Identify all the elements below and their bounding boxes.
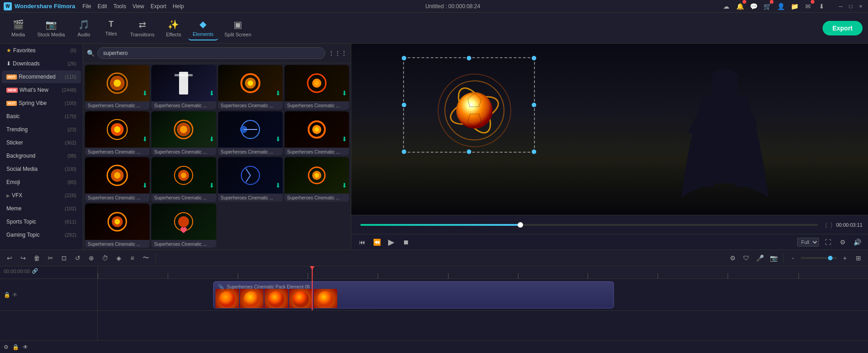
settings-icon[interactable]: ⚙: [837, 237, 848, 248]
tool-titles-label: Titles: [105, 31, 117, 36]
tl-camera-button[interactable]: 📷: [768, 252, 779, 264]
sidebar-item-background[interactable]: Background (98): [2, 149, 81, 162]
sidebar-item-gaming-topic[interactable]: Gaming Topic (292): [2, 229, 81, 241]
tl-snap-button[interactable]: 🔗: [32, 268, 38, 274]
quality-select[interactable]: Full 1/2 1/4: [797, 238, 819, 247]
export-button[interactable]: Export: [823, 21, 863, 35]
tl-zoom-in-button[interactable]: +: [839, 252, 851, 264]
delete-button[interactable]: 🗑: [31, 252, 43, 264]
tool-split-screen[interactable]: ▣ Split Screen: [220, 16, 256, 40]
tl-mic-button[interactable]: 🎤: [754, 252, 766, 264]
element-card-12[interactable]: Superheroes Cinematic ...: [85, 204, 150, 248]
stop-button[interactable]: ⏹: [400, 237, 411, 248]
aspect-ratio-button[interactable]: ⛶: [823, 237, 833, 248]
undo-button[interactable]: ↩: [4, 252, 15, 264]
account-icon[interactable]: 👤: [776, 2, 785, 11]
crop-button[interactable]: ⊡: [58, 252, 70, 264]
sidebar-item-vfx[interactable]: ▶ VFX (228): [2, 189, 81, 202]
tool-elements[interactable]: ◆ Elements: [188, 16, 218, 40]
download-icon[interactable]: ⬇: [817, 2, 826, 11]
redo-button[interactable]: ↪: [17, 252, 29, 264]
tool-transitions[interactable]: ⇄ Transitions: [126, 16, 159, 40]
play-button[interactable]: ▶: [386, 237, 397, 248]
search-input[interactable]: [97, 47, 325, 59]
progress-bar[interactable]: [360, 224, 818, 226]
step-back-button[interactable]: ⏪: [371, 237, 382, 248]
cut-button[interactable]: ✂: [45, 252, 56, 264]
sidebar-item-social-media[interactable]: Social Media (100): [2, 163, 81, 175]
element-card-1[interactable]: ⬇ Superheroes Cinematic ...: [151, 65, 216, 109]
sidebar-item-trending[interactable]: Trending (23): [2, 123, 81, 136]
lock-icon[interactable]: 🔒: [4, 292, 10, 298]
color-button[interactable]: ◈: [113, 252, 125, 264]
tool-media[interactable]: 🎬 Media: [5, 16, 31, 40]
element-card-5[interactable]: ⬇ Superheroes Cinematic ...: [151, 111, 216, 156]
element-card-6[interactable]: ⬇ Superheroes Cinematic ...: [218, 111, 283, 156]
zoom-slider-container: [801, 257, 837, 259]
sidebar-item-favorites[interactable]: ★ Favorites (0): [2, 44, 81, 57]
tl-zoom-out-button[interactable]: -: [787, 252, 799, 264]
minimize-button[interactable]: ─: [837, 3, 844, 10]
download-element-icon-5: ⬇: [209, 135, 215, 143]
element-card-9[interactable]: ⬇ Superheroes Cinematic ...: [151, 157, 216, 202]
element-card-7[interactable]: ⬇ Superheroes Cinematic ...: [284, 111, 349, 156]
tl-fit-button[interactable]: ⊞: [853, 252, 864, 264]
sidebar-item-downloads[interactable]: ⬇ Downloads (26): [2, 57, 81, 70]
cloud-icon[interactable]: ☁: [722, 2, 731, 11]
element-card-11[interactable]: ⬇ Superheroes Cinematic ...: [284, 157, 349, 202]
element-card-0[interactable]: ⬇ Superheroes Cinematic ...: [85, 65, 150, 109]
sidebar-item-recommended[interactable]: HOT Recommended (115): [2, 70, 81, 83]
sidebar-springvibe-label: Spring Vibe: [19, 100, 65, 106]
element-card-2[interactable]: ⬇ Superheroes Cinematic ...: [218, 65, 283, 109]
tool-audio[interactable]: 🎵 Audio: [71, 16, 97, 40]
menu-tools[interactable]: Tools: [113, 3, 126, 10]
sidebar-background-count: (98): [67, 153, 76, 159]
audio-wave-button[interactable]: 〜: [140, 252, 152, 264]
element-card-10[interactable]: ⬇ Superheroes Cinematic ...: [218, 157, 283, 202]
eye-icon[interactable]: 👁: [12, 292, 18, 298]
skip-back-button[interactable]: ⏮: [357, 237, 368, 248]
volume-button[interactable]: 🔊: [852, 237, 863, 248]
menu-edit[interactable]: Edit: [98, 3, 107, 10]
timer-button[interactable]: ⏱: [99, 252, 111, 264]
maximize-button[interactable]: □: [847, 3, 854, 10]
grid-toggle-icon[interactable]: ⋮⋮⋮: [328, 50, 347, 57]
menu-file[interactable]: File: [82, 3, 91, 10]
tool-titles[interactable]: T Titles: [99, 17, 124, 39]
timeline-clip[interactable]: 📎 Superheroes Cinematic Pack Element 06: [213, 281, 614, 308]
mail-icon[interactable]: ✉: [803, 2, 813, 11]
tl-shield-button[interactable]: 🛡: [740, 252, 752, 264]
menu-view[interactable]: View: [132, 3, 144, 10]
sidebar-item-whats-new[interactable]: NEW What's New (2448): [2, 84, 81, 96]
time-display: 00:00:03:11: [836, 222, 863, 228]
mirror-button[interactable]: ⊕: [85, 252, 97, 264]
menu-export[interactable]: Export: [150, 3, 166, 10]
tool-stock-media[interactable]: 📷 Stock Media: [33, 16, 70, 40]
sidebar-item-meme[interactable]: Meme (102): [2, 202, 81, 215]
sidebar-item-basic[interactable]: Basic (170): [2, 110, 81, 123]
tl-settings-button[interactable]: ⚙: [727, 252, 738, 264]
sidebar-downloads-label: Downloads: [13, 60, 67, 67]
cart-icon[interactable]: 🛒: [763, 2, 772, 11]
element-card-3[interactable]: ⬇ Superheroes Cinematic ...: [284, 65, 349, 109]
close-button[interactable]: ×: [857, 3, 864, 10]
element-card-4[interactable]: ⬇ Superheroes Cinematic ...: [85, 111, 150, 156]
status-eye-button[interactable]: 👁: [23, 344, 28, 350]
reset-button[interactable]: ↺: [72, 252, 84, 264]
status-lock-button[interactable]: 🔒: [12, 344, 19, 350]
tool-effects[interactable]: ✨ Effects: [161, 16, 186, 40]
menu-bar: File Edit Tools View Export Help: [82, 3, 184, 10]
element-card-13[interactable]: Superheroes Cinematic ...: [151, 204, 216, 248]
sidebar-item-sports-topic[interactable]: Sports Topic (611): [2, 215, 81, 228]
folder-icon[interactable]: 📁: [790, 2, 799, 11]
notification-icon[interactable]: 🔔: [735, 2, 744, 11]
sidebar-item-spring-vibe[interactable]: HOT Spring Vibe (100): [2, 97, 81, 109]
status-snap-button[interactable]: ⚙: [4, 344, 9, 350]
zoom-slider[interactable]: [801, 257, 837, 259]
split-button[interactable]: ≡: [126, 252, 138, 264]
menu-help[interactable]: Help: [173, 3, 184, 10]
sidebar-item-sticker[interactable]: Sticker (362): [2, 136, 81, 149]
element-card-8[interactable]: ⬇ Superheroes Cinematic ...: [85, 157, 150, 202]
sidebar-item-emoji[interactable]: Emoji (80): [2, 176, 81, 189]
chat-icon[interactable]: 💬: [749, 2, 758, 11]
